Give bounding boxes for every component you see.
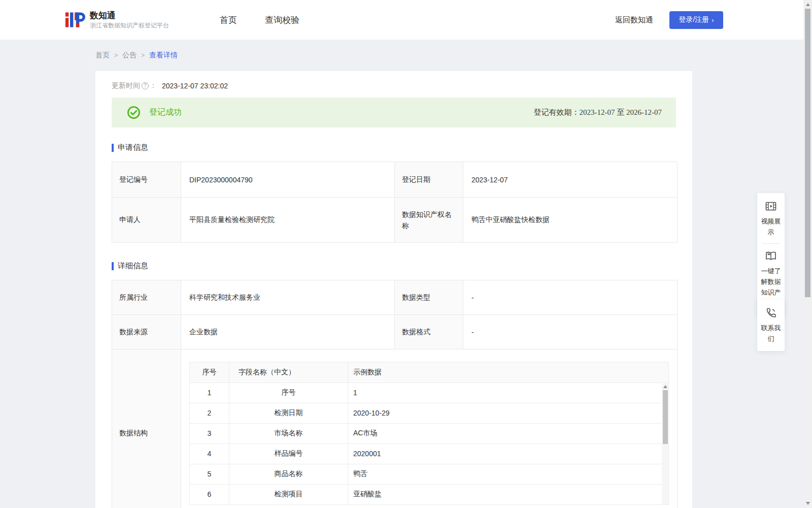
- cell-sample: AC市场: [348, 423, 669, 443]
- detail-info-table: 所属行业 科学研究和技术服务业 数据类型 - 数据来源 企业数据 数据格式 - …: [112, 280, 678, 508]
- table-row: 所属行业 科学研究和技术服务业 数据类型 -: [112, 280, 678, 315]
- video-film-icon: [765, 200, 777, 212]
- divider: [762, 243, 780, 244]
- page-scrollbar[interactable]: [803, 0, 812, 508]
- cell-field-name: 检测日期: [229, 403, 348, 423]
- breadcrumb-separator-icon: >: [141, 52, 145, 59]
- chevron-right-icon: ›: [712, 16, 714, 24]
- column-header-field-name: 字段名称（中文）: [229, 362, 348, 383]
- registration-validity-text: 登记有效期：2023-12-07 至 2026-12-07: [534, 108, 662, 117]
- cell-value: 鸭舌中亚硝酸盐快检数据: [463, 198, 678, 243]
- table-row: 申请人 平阳县质量检验检测研究院 数据知识产权名称 鸭舌中亚硝酸盐快检数据: [112, 198, 678, 243]
- cell-value: 2023-12-07: [463, 162, 678, 198]
- back-to-shuzhitong-link[interactable]: 返回数知通: [615, 15, 653, 25]
- breadcrumb-announcements[interactable]: 公告: [122, 51, 137, 60]
- cell-label: 数据格式: [395, 315, 463, 350]
- data-structure-table: 序号 字段名称（中文） 示例数据 1 序号 1 2 检测日期 2020-: [189, 362, 669, 505]
- table-row: 2 检测日期 2020-10-29: [190, 403, 669, 423]
- breadcrumb-home[interactable]: 首页: [95, 51, 110, 60]
- cell-label: 数据结构: [112, 350, 181, 508]
- cell-label: 数据知识产权名称: [395, 198, 463, 243]
- contact-us-label: 联系我们: [758, 323, 784, 344]
- section-accent-bar: [112, 262, 114, 270]
- contact-us-button[interactable]: 联系我们: [758, 307, 784, 344]
- column-header-index: 序号: [190, 362, 229, 383]
- cell-value: 企业数据: [181, 315, 395, 350]
- cell-sample: 亚硝酸盐: [348, 484, 669, 504]
- phone-icon: [765, 307, 777, 319]
- cell-field-name: 序号: [229, 383, 348, 403]
- table-header-row: 序号 字段名称（中文） 示例数据: [190, 362, 669, 383]
- nav-item-home[interactable]: 首页: [220, 14, 237, 26]
- scrollbar-thumb[interactable]: [663, 390, 668, 444]
- structure-table-scrollbar[interactable]: [662, 383, 668, 504]
- cell-label: 数据类型: [395, 280, 463, 315]
- update-time-value: 2023-12-07 23:02:02: [162, 82, 228, 90]
- breadcrumb: 首页 > 公告 > 查看详情: [95, 51, 178, 60]
- success-check-icon: [127, 106, 141, 119]
- update-time-colon: ：: [150, 81, 157, 90]
- data-structure-table-wrap: 序号 字段名称（中文） 示例数据 1 序号 1 2 检测日期 2020-: [189, 362, 669, 505]
- cell-index: 2: [190, 403, 229, 423]
- scrollbar-up-arrow-icon[interactable]: [663, 385, 667, 388]
- cell-value: DIP2023000004790: [181, 162, 395, 198]
- logo-text: 数知通 浙江省数据知识产权登记平台: [90, 10, 169, 29]
- cell-value: 科学研究和技术服务业: [181, 280, 395, 315]
- cell-label: 登记编号: [112, 162, 181, 198]
- breadcrumb-current-page: 查看详情: [149, 51, 178, 60]
- cell-index: 3: [190, 423, 229, 443]
- nav-item-verify[interactable]: 查询校验: [265, 14, 299, 26]
- logo[interactable]: 数知通 浙江省数据知识产权登记平台: [65, 9, 169, 30]
- section-detail-info-header: 详细信息: [112, 261, 676, 271]
- top-navigation-bar: 数知通 浙江省数据知识产权登记平台 首页 查询校验 返回数知通 登录/注册 ›: [0, 0, 803, 40]
- apply-info-table: 登记编号 DIP2023000004790 登记日期 2023-12-07 申请…: [112, 162, 678, 243]
- cell-index: 1: [190, 383, 229, 403]
- update-time-row: 更新时间 ? ： 2023-12-07 23:02:02: [112, 80, 676, 91]
- logo-subtitle: 浙江省数据知识产权登记平台: [90, 21, 169, 29]
- cell-field-name: 样品编号: [229, 443, 348, 464]
- cell-label: 申请人: [112, 198, 181, 243]
- table-row: 4 样品编号 2020001: [190, 443, 669, 464]
- update-time-label: 更新时间: [112, 81, 140, 90]
- scrollbar-thumb[interactable]: [805, 9, 810, 297]
- cell-value: -: [463, 280, 678, 315]
- cell-field-name: 检测项目: [229, 484, 348, 504]
- login-register-label: 登录/注册: [679, 15, 709, 24]
- registration-status-text: 登记成功: [149, 107, 182, 118]
- cell-sample: 2020-10-29: [348, 403, 669, 423]
- table-row: 5 商品名称 鸭舌: [190, 464, 669, 484]
- breadcrumb-separator-icon: >: [114, 52, 118, 59]
- cell-sample: 鸭舌: [348, 464, 669, 484]
- cell-label: 登记日期: [395, 162, 463, 198]
- floating-widget-panel: 视频展示 一键了解数据知识产权: [757, 193, 785, 315]
- cell-label: 数据来源: [112, 315, 181, 350]
- cell-sample: 2020001: [348, 443, 669, 464]
- section-accent-bar: [112, 144, 114, 152]
- contact-widget-panel: 联系我们: [757, 300, 785, 351]
- section-apply-info-title: 申请信息: [118, 143, 148, 152]
- cell-label: 所属行业: [112, 280, 181, 315]
- cell-sample: 1: [348, 383, 669, 403]
- help-question-icon[interactable]: ?: [142, 82, 149, 89]
- scrollbar-up-arrow-icon[interactable]: [806, 3, 810, 6]
- column-header-sample: 示例数据: [348, 362, 669, 383]
- cell-value: -: [463, 315, 678, 350]
- table-row: 登记编号 DIP2023000004790 登记日期 2023-12-07: [112, 162, 678, 198]
- scrollbar-down-arrow-icon[interactable]: [806, 502, 810, 505]
- detail-content-card: 更新时间 ? ： 2023-12-07 23:02:02 登记成功 登记有效期：…: [95, 71, 692, 508]
- top-right-actions: 返回数知通 登录/注册 ›: [615, 11, 723, 29]
- cell-field-name: 市场名称: [229, 423, 348, 443]
- table-row: 1 序号 1: [190, 383, 669, 403]
- video-demo-button[interactable]: 视频展示: [758, 200, 784, 237]
- open-book-icon: [765, 250, 777, 262]
- registration-success-banner: 登记成功 登记有效期：2023-12-07 至 2026-12-07: [112, 98, 676, 128]
- cell-index: 6: [190, 484, 229, 504]
- table-row: 数据来源 企业数据 数据格式 -: [112, 315, 678, 350]
- data-structure-cell: 序号 字段名称（中文） 示例数据 1 序号 1 2 检测日期 2020-: [181, 350, 678, 508]
- login-register-button[interactable]: 登录/注册 ›: [669, 11, 723, 29]
- logo-title: 数知通: [90, 10, 169, 21]
- cell-index: 5: [190, 464, 229, 484]
- table-row: 6 检测项目 亚硝酸盐: [190, 484, 669, 504]
- video-demo-label: 视频展示: [758, 216, 784, 237]
- section-apply-info-header: 申请信息: [112, 143, 676, 152]
